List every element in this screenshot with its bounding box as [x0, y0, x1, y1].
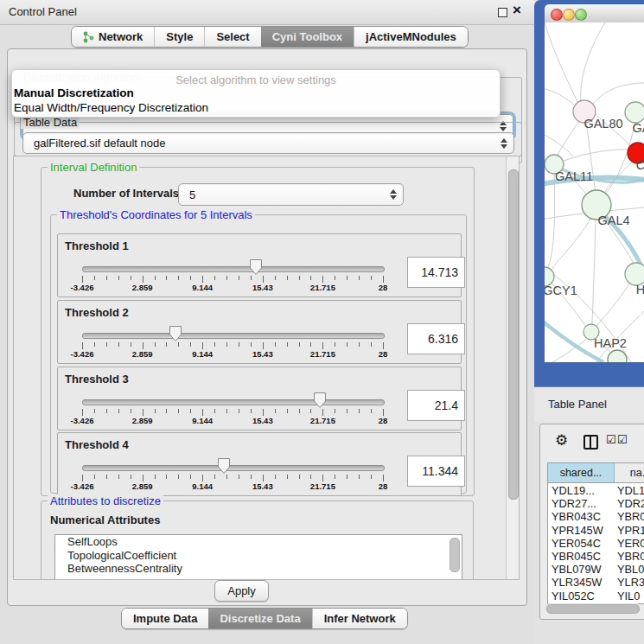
split-columns-icon[interactable]	[583, 435, 598, 450]
threshold-box-3: Threshold 3-3.4262.8599.14415.4321.71528…	[57, 367, 462, 430]
minor-tick	[226, 409, 227, 413]
slider-track[interactable]	[82, 399, 385, 405]
table-row[interactable]: YIL052CYIL0	[548, 590, 644, 603]
attribute-list-item[interactable]: SelfLoops	[55, 535, 462, 549]
attribute-list-item[interactable]: BetweennessCentrality	[55, 562, 462, 576]
slider-track[interactable]	[82, 465, 385, 471]
attributes-group-title: Attributes to discretize	[48, 494, 163, 507]
tab-label: Network	[99, 30, 143, 43]
minor-tick	[335, 342, 335, 347]
table-horizontal-scrollbar[interactable]	[545, 603, 641, 613]
minor-tick	[287, 276, 288, 280]
slider-thumb[interactable]	[249, 258, 263, 276]
tab-network[interactable]: Network	[72, 27, 154, 47]
combo-arrows-icon	[501, 138, 507, 149]
tab-label: Impute Data	[133, 612, 197, 625]
dropdown-item-equal-width-frequency[interactable]: Equal Width/Frequency Discretization	[14, 101, 208, 114]
table-cell: YDL19...	[552, 484, 595, 497]
slider-track[interactable]	[82, 266, 385, 272]
minor-tick	[299, 276, 300, 280]
table-row[interactable]: YBR045CYBR0	[548, 550, 644, 563]
network-edge	[596, 283, 630, 326]
table-row[interactable]: YBL079WYBL0	[548, 563, 644, 576]
network-node-label: C	[636, 158, 644, 172]
minor-tick	[359, 409, 360, 413]
minor-tick	[214, 342, 215, 347]
table-row[interactable]: YDR27...YDR2	[548, 497, 644, 510]
minor-tick	[178, 342, 179, 347]
viewport-scrollbar-thumb[interactable]	[508, 169, 519, 500]
tick-label: 28	[379, 416, 388, 425]
minor-tick	[347, 475, 348, 479]
dropdown-item-manual-discretization[interactable]: Manual Discretization	[14, 86, 134, 99]
table-data-combobox[interactable]: galFiltered.sif default node	[22, 132, 514, 154]
mac-minimize-button[interactable]	[563, 9, 575, 21]
table-data-group: Table Data galFiltered.sif default node	[14, 122, 522, 156]
column-header-shared-name[interactable]: shared...	[548, 463, 615, 483]
tab-label: Style	[166, 30, 193, 43]
apply-button[interactable]: Apply	[214, 580, 269, 602]
float-window-icon[interactable]	[498, 8, 507, 17]
viewport-scrollbar[interactable]	[506, 156, 519, 579]
tab-select[interactable]: Select	[204, 27, 260, 47]
table-cell: YBR0	[617, 550, 644, 563]
table-row[interactable]: YPR145WYPR1	[548, 524, 644, 537]
minor-tick	[299, 342, 300, 347]
attribute-list-item[interactable]: TopologicalCoefficient	[55, 549, 462, 563]
network-edge	[593, 83, 644, 104]
table-cell: YER0	[617, 537, 644, 550]
attribute-list-scrollbar[interactable]	[450, 538, 460, 572]
close-icon[interactable]: ×	[513, 2, 521, 19]
slider-track[interactable]	[82, 333, 385, 339]
minor-tick	[190, 342, 191, 347]
table-row[interactable]: YLR345WYLR3	[548, 576, 644, 589]
slider-thumb[interactable]	[169, 325, 182, 342]
checkbox-checked-icon[interactable]: ☑	[606, 433, 616, 446]
major-tick	[263, 276, 264, 283]
threshold-value-field[interactable]: 6.316	[407, 323, 465, 354]
network-icon	[83, 31, 94, 43]
tab-label: Infer Network	[324, 612, 396, 625]
minor-tick	[251, 409, 252, 413]
network-canvas[interactable]: GAL80GACGAL11GAL4GCY1HHAP2	[545, 22, 644, 362]
minor-tick	[118, 342, 119, 347]
minor-tick	[155, 409, 156, 413]
tab-discretize-data[interactable]: Discretize Data	[208, 609, 311, 628]
minor-tick	[371, 409, 372, 413]
checkbox-checked-icon[interactable]: ☑	[617, 433, 628, 446]
tab-style[interactable]: Style	[154, 27, 204, 47]
table-row[interactable]: YER054CYER0	[548, 537, 644, 550]
network-window-titlebar	[545, 4, 644, 23]
gear-icon[interactable]: ⚙	[555, 431, 568, 450]
tick-label: 2.859	[132, 481, 153, 491]
major-tick	[82, 409, 83, 416]
minor-tick	[94, 276, 95, 280]
threshold-value-field[interactable]: 21.4	[407, 390, 465, 421]
tab-cyni-toolbox[interactable]: Cyni Toolbox	[261, 27, 354, 47]
network-node-top-right-node[interactable]	[625, 102, 644, 123]
threshold-value-field[interactable]: 14.713	[407, 257, 465, 288]
minor-tick	[214, 409, 215, 413]
threshold-value-field[interactable]: 11.344	[407, 456, 465, 487]
mac-zoom-button[interactable]	[575, 9, 587, 21]
slider-thumb[interactable]	[217, 457, 231, 475]
tab-impute-data[interactable]: Impute Data	[122, 609, 208, 628]
table-hscrollbar-thumb[interactable]	[546, 604, 640, 614]
slider-thumb[interactable]	[313, 392, 327, 409]
column-header-name[interactable]: na...	[615, 463, 644, 483]
threshold-box-2: Threshold 2-3.4262.8599.14415.4321.71528…	[57, 300, 462, 364]
table-row[interactable]: YBR043CYBR0	[548, 510, 644, 523]
tick-label: 28	[379, 283, 388, 292]
number-of-intervals-spinner[interactable]: 5	[178, 183, 404, 206]
minor-tick	[287, 475, 288, 479]
table-panel-header: Table Panel	[534, 386, 644, 422]
minor-tick	[299, 409, 300, 413]
minor-tick	[310, 475, 311, 479]
major-tick	[143, 276, 143, 283]
dropdown-prompt-item[interactable]: Select algorithm to view settings	[12, 73, 500, 86]
tab-jactivemnodules[interactable]: jActiveMNodules	[354, 27, 468, 47]
minor-tick	[347, 342, 348, 347]
table-row[interactable]: YDL19...YDL1	[548, 484, 644, 497]
mac-close-button[interactable]	[551, 9, 563, 21]
tab-infer-network[interactable]: Infer Network	[312, 609, 407, 628]
